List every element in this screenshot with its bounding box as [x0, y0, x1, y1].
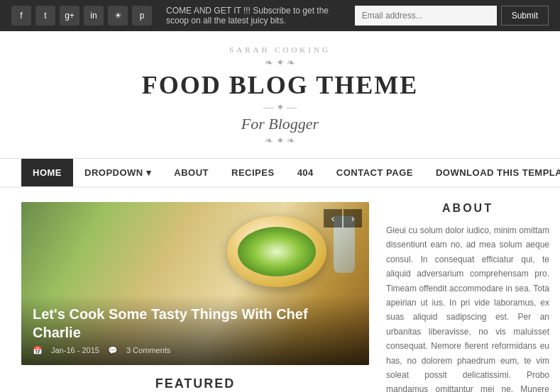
slider-comments: 3 Comments [126, 346, 170, 355]
about-text: Gieui cu solum dolor iudico, minim omitt… [386, 223, 549, 392]
nav-dropdown[interactable]: DROPDOWN ▾ [73, 159, 163, 186]
twitter-icon[interactable]: t [35, 6, 55, 26]
featured-slider: ‹ › Let's Cook Some Tasty Things With Ch… [21, 202, 369, 365]
header-deco-bottom: ❧ ✦ ❧ [7, 135, 553, 147]
slider-navigation: ‹ › [324, 209, 362, 228]
main-content: ‹ › Let's Cook Some Tasty Things With Ch… [0, 188, 560, 392]
slider-caption: Let's Cook Some Tasty Things With Chef C… [21, 295, 369, 365]
nav-home[interactable]: HOME [21, 159, 73, 186]
featured-heading: Featured [21, 376, 369, 392]
nav-download[interactable]: DOWNLOAD THIS TEMPLATE [424, 159, 560, 186]
header-subtitle: For Blogger [7, 115, 553, 133]
facebook-icon[interactable]: f [11, 6, 31, 26]
slider-prev-button[interactable]: ‹ [324, 209, 342, 228]
instagram-icon[interactable]: ☀ [108, 6, 128, 26]
header-small-text: SARAH COOKING [7, 45, 553, 54]
subscribe-text: COME AND GET IT !!! Subscribe to get the… [152, 6, 355, 26]
slider-next-button[interactable]: › [344, 209, 362, 228]
slider-date-icon: 📅 [33, 346, 43, 355]
food-bowl-decoration [227, 216, 326, 287]
main-nav: HOME DROPDOWN ▾ ABOUT RECIPES 404 CONTAC… [0, 159, 560, 188]
slider-meta: 📅 Jan-16 - 2015 💬 3 Comments [33, 346, 358, 355]
top-social-icons: f t g+ in ☀ p [11, 6, 152, 26]
nav-about[interactable]: ABOUT [163, 159, 220, 186]
right-column: ABOUT Gieui cu solum dolor iudico, minim… [386, 202, 549, 392]
slider-title: Let's Cook Some Tasty Things With Chef C… [33, 305, 358, 342]
top-bar: f t g+ in ☀ p COME AND GET IT !!! Subscr… [0, 0, 560, 31]
nav-404[interactable]: 404 [286, 159, 325, 186]
email-input[interactable] [355, 6, 497, 26]
nav-contact[interactable]: CONTACT PAGE [325, 159, 424, 186]
header-deco-top: ❧ ✦ ❧ [7, 57, 553, 69]
linkedin-icon[interactable]: in [84, 6, 104, 26]
nav-recipes[interactable]: RECIPES [220, 159, 286, 186]
email-form: Submit [355, 6, 549, 26]
site-header: SARAH COOKING ❧ ✦ ❧ FOOD BLOG THEME — ✦ … [0, 31, 560, 159]
googleplus-icon[interactable]: g+ [60, 6, 79, 26]
submit-button[interactable]: Submit [501, 6, 549, 26]
pinterest-icon[interactable]: p [132, 6, 152, 26]
about-heading: ABOUT [386, 202, 549, 215]
header-deco-mid: — ✦ — [7, 101, 553, 113]
header-title: FOOD BLOG THEME [7, 70, 553, 100]
about-section: ABOUT Gieui cu solum dolor iudico, minim… [386, 202, 549, 392]
left-column: ‹ › Let's Cook Some Tasty Things With Ch… [21, 202, 369, 392]
slider-date: Jan-16 - 2015 [51, 346, 99, 355]
slider-comment-icon: 💬 [108, 346, 118, 355]
